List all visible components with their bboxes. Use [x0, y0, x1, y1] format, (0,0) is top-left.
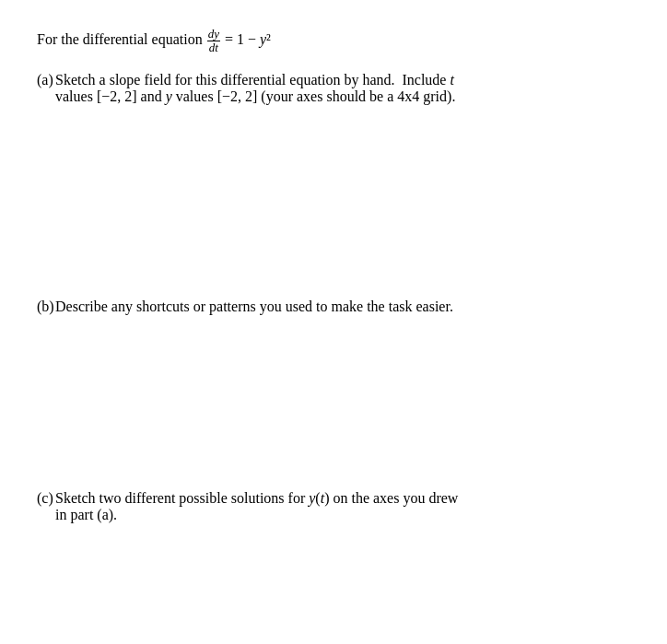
problem-intro: For the differential equation dy dt = 1 … [37, 28, 630, 55]
part-a-line1: Sketch a slope field for this differenti… [55, 72, 454, 88]
part-c-line1: Sketch two different possible solutions … [55, 490, 458, 506]
part-b-letter: (b) [37, 299, 55, 315]
part-a-line2: values [−2, 2] and y values [−2, 2] (you… [55, 88, 455, 104]
equation-rhs: = 1 − y² [225, 31, 271, 47]
part-a-content: (a) Sketch a slope field for this differ… [37, 72, 630, 105]
part-c-letter: (c) [37, 490, 55, 523]
part-c-content: (c) Sketch two different possible soluti… [37, 490, 630, 523]
part-c-blank-space [37, 523, 630, 579]
part-b: (b) Describe any shortcuts or patterns y… [37, 299, 630, 463]
part-b-blank-space [37, 315, 630, 463]
part-c-line2: in part (a). [55, 507, 117, 522]
intro-prefix: For the differential equation [37, 31, 203, 47]
part-b-content: (b) Describe any shortcuts or patterns y… [37, 299, 630, 315]
part-c-text: Sketch two different possible solutions … [55, 490, 630, 523]
part-b-text: Describe any shortcuts or patterns you u… [55, 299, 630, 315]
part-c: (c) Sketch two different possible soluti… [37, 490, 630, 579]
part-a-letter: (a) [37, 72, 55, 105]
part-a: (a) Sketch a slope field for this differ… [37, 72, 630, 299]
fraction-dy-dt: dy dt [206, 31, 225, 47]
part-a-blank-space [37, 105, 630, 299]
part-a-text: Sketch a slope field for this differenti… [55, 72, 630, 105]
